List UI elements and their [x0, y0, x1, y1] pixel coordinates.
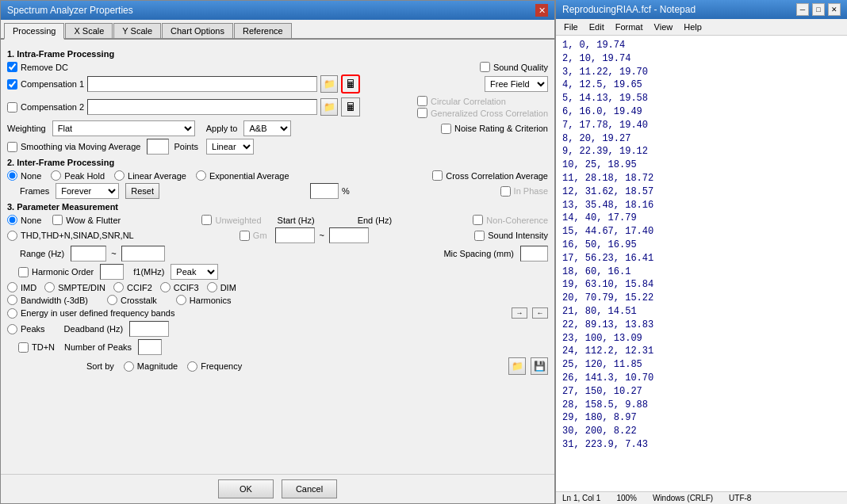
cross-correlation-checkbox[interactable] [432, 170, 443, 181]
ccif3-radio[interactable] [160, 282, 171, 292]
smoothing-checkbox[interactable] [7, 142, 17, 152]
smoothing-mode-select[interactable]: Linear [206, 139, 254, 155]
notepad-line: 2, 10, 19.74 [562, 52, 841, 66]
harmonics-radio[interactable] [176, 295, 186, 305]
deadband-input[interactable]: 100 [129, 321, 169, 337]
imd-radio[interactable] [7, 282, 17, 292]
noise-rating-checkbox[interactable] [441, 124, 451, 134]
range-hz-label: Range (Hz) [20, 249, 64, 258]
sound-quality-checkbox[interactable] [480, 62, 490, 72]
td-n-checkbox[interactable] [18, 342, 29, 353]
f1-select[interactable]: Peak [171, 264, 218, 280]
smoothing-points-input[interactable]: 1 [147, 139, 169, 155]
unweighted-checkbox[interactable] [201, 215, 212, 225]
notepad-line: 1, 0, 19.74 [562, 39, 841, 52]
harmonic-order-input[interactable]: 5 [100, 264, 124, 280]
dialog-close-button[interactable]: ✕ [535, 4, 548, 17]
bandwidth-radio[interactable] [7, 295, 17, 305]
harmonic-order-checkbox[interactable] [18, 267, 29, 277]
range-max-input[interactable]: 20000 [121, 246, 165, 262]
cancel-button[interactable]: Cancel [282, 479, 337, 498]
mic-spacing-label: Mic Spacing (mm) [443, 249, 514, 258]
none-radio[interactable] [7, 170, 17, 181]
range-min-input[interactable]: 20 [71, 246, 106, 262]
tab-reference[interactable]: Reference [234, 23, 292, 38]
notepad-line: 31, 223.9, 7.43 [562, 438, 841, 452]
reset-btn[interactable]: Reset [125, 183, 159, 199]
notepad-maximize[interactable]: □ [812, 3, 825, 16]
sound-intensity-checkbox[interactable] [474, 231, 485, 241]
bandwidth-row: Bandwidth (-3dB) Crosstalk Harmonics [7, 295, 548, 305]
notepad-line: 9, 22.39, 19.12 [562, 145, 841, 158]
arrow-left-btn[interactable]: ← [532, 307, 548, 319]
weighting-row: Weighting Flat Apply to A&B Noise Rating… [7, 120, 548, 136]
crosstalk-radio[interactable] [107, 295, 117, 305]
ccif2-radio[interactable] [113, 282, 124, 292]
notepad-line: 8, 20, 19.27 [562, 132, 841, 146]
circular-correlation-checkbox[interactable] [417, 96, 427, 106]
save-btn[interactable]: 💾 [531, 357, 548, 375]
linear-average-radio[interactable] [114, 170, 125, 181]
linear-average-label: Linear Average [128, 171, 186, 181]
compensation1-checkbox[interactable] [7, 79, 17, 90]
arrow-right-btn[interactable]: → [512, 307, 527, 319]
gm-checkbox[interactable] [240, 231, 250, 241]
compensation2-calc-btn[interactable]: 🖩 [341, 97, 360, 116]
non-coherence-checkbox[interactable] [473, 215, 483, 225]
tab-yscale[interactable]: Y Scale [113, 23, 161, 38]
compensation2-checkbox[interactable] [7, 102, 17, 113]
thd-radio[interactable] [7, 231, 17, 241]
notepad-zoom: 100% [616, 494, 637, 502]
notepad-close[interactable]: ✕ [828, 3, 841, 16]
notepad-titlebar: ReproducingRIAA.fcf - Notepad ─ □ ✕ [556, 0, 847, 19]
weighting-label: Weighting [7, 124, 46, 133]
menu-file[interactable]: File [559, 21, 583, 33]
frames-select[interactable]: Forever [56, 183, 119, 199]
menu-edit[interactable]: Edit [584, 21, 609, 33]
generalized-cross-correlation-checkbox[interactable] [417, 108, 427, 118]
compensation2-folder-btn[interactable]: 📁 [320, 98, 338, 116]
notepad-minimize[interactable]: ─ [796, 3, 809, 16]
dim-radio[interactable] [207, 282, 217, 292]
sort-by-label: Sort by [86, 361, 114, 371]
menu-help[interactable]: Help [679, 21, 707, 33]
peaks-radio[interactable] [7, 324, 17, 334]
peak-hold-radio[interactable] [51, 170, 61, 181]
compensation2-input[interactable] [87, 99, 317, 115]
compensation1-input[interactable]: C:\VIRTINS Multi-Instrument 3.9\fcf\Repr… [87, 76, 317, 92]
compensation1-folder-btn[interactable]: 📁 [320, 75, 338, 93]
tab-chart-options[interactable]: Chart Options [162, 23, 233, 38]
export-btn[interactable]: 📁 [508, 357, 526, 375]
wow-flutter-checkbox[interactable] [52, 215, 63, 225]
param-none-radio[interactable] [7, 215, 17, 225]
start-hz-input[interactable]: 0 [275, 227, 315, 243]
end-hz-input[interactable]: 0 [329, 227, 369, 243]
remove-dc-checkbox[interactable] [7, 62, 17, 72]
energy-radio[interactable] [7, 308, 17, 319]
compensation1-calc-btn[interactable]: 🖩 [341, 74, 360, 94]
exponential-average-radio[interactable] [196, 170, 206, 181]
tab-xscale[interactable]: X Scale [65, 23, 113, 38]
menu-view[interactable]: View [650, 21, 678, 33]
num-peaks-input[interactable]: 2 [138, 339, 162, 355]
tab-processing[interactable]: Processing [4, 23, 64, 40]
in-phase-checkbox[interactable] [500, 186, 511, 197]
ok-button[interactable]: OK [218, 479, 274, 498]
menu-format[interactable]: Format [611, 21, 648, 33]
mic-spacing-input[interactable]: 8.5 [520, 246, 548, 262]
wow-flutter-label: Wow & Flutter [66, 216, 121, 225]
param-none-label: None [21, 216, 41, 225]
unweighted-label: Unweighted [215, 216, 261, 225]
apply-to-select[interactable]: A&B [243, 120, 291, 136]
sound-intensity-label: Sound Intensity [488, 231, 548, 240]
notepad-line: 5, 14.13, 19.58 [562, 92, 841, 105]
magnitude-radio[interactable] [124, 361, 134, 372]
notepad-content[interactable]: 1, 0, 19.742, 10, 19.743, 11.22, 19.704,… [556, 36, 847, 491]
sound-quality-select[interactable]: Free Field [485, 76, 548, 92]
frequency-radio[interactable] [187, 361, 197, 372]
peaks-label: Peaks [21, 324, 45, 334]
smpte-radio[interactable] [44, 282, 55, 292]
weighting-select[interactable]: Flat [52, 120, 195, 136]
exp-value-input[interactable]: 10 [310, 183, 339, 199]
notepad-menu: File Edit Format View Help [556, 19, 847, 36]
